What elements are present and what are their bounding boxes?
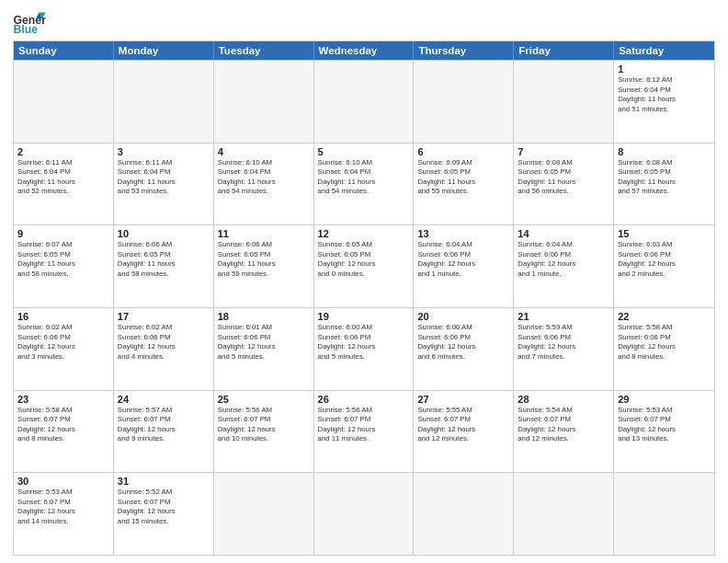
day-cell [214, 473, 314, 555]
day-cell [514, 61, 614, 143]
day-number: 9 [17, 228, 109, 239]
dow-cell-thursday: Thursday [414, 41, 514, 60]
day-cell [14, 61, 114, 143]
day-number: 5 [318, 146, 410, 157]
day-info: Sunrise: 6:02 AM Sunset: 6:06 PM Dayligh… [17, 323, 109, 362]
day-number: 1 [618, 63, 711, 75]
day-cell: 22Sunrise: 5:58 AM Sunset: 6:06 PM Dayli… [614, 308, 714, 390]
day-info: Sunrise: 5:56 AM Sunset: 6:07 PM Dayligh… [318, 406, 410, 444]
day-cell: 14Sunrise: 6:04 AM Sunset: 6:06 PM Dayli… [514, 225, 614, 307]
day-info: Sunrise: 6:03 AM Sunset: 6:06 PM Dayligh… [618, 240, 711, 279]
day-info: Sunrise: 5:56 AM Sunset: 6:07 PM Dayligh… [218, 406, 310, 444]
day-number: 18 [218, 311, 310, 322]
day-info: Sunrise: 6:06 AM Sunset: 6:05 PM Dayligh… [218, 240, 310, 279]
day-cell [214, 61, 314, 143]
day-info: Sunrise: 6:04 AM Sunset: 6:06 PM Dayligh… [417, 240, 509, 279]
day-cell: 1Sunrise: 6:12 AM Sunset: 6:04 PM Daylig… [614, 61, 714, 143]
day-number: 2 [17, 146, 109, 157]
day-number: 11 [218, 228, 310, 239]
header: General Blue [13, 9, 715, 35]
day-cell [414, 473, 514, 555]
day-number: 20 [417, 311, 509, 322]
day-cell [114, 61, 214, 143]
day-number: 21 [518, 311, 609, 322]
day-info: Sunrise: 5:59 AM Sunset: 6:06 PM Dayligh… [518, 323, 609, 362]
day-number: 10 [118, 228, 210, 239]
day-info: Sunrise: 6:06 AM Sunset: 6:05 PM Dayligh… [118, 240, 210, 279]
day-cell: 19Sunrise: 6:00 AM Sunset: 6:06 PM Dayli… [314, 308, 415, 390]
day-info: Sunrise: 6:08 AM Sunset: 6:05 PM Dayligh… [518, 158, 609, 197]
day-info: Sunrise: 6:10 AM Sunset: 6:04 PM Dayligh… [318, 158, 410, 197]
dow-cell-saturday: Saturday [614, 41, 714, 60]
day-info: Sunrise: 5:53 AM Sunset: 6:07 PM Dayligh… [618, 406, 711, 444]
day-cell: 6Sunrise: 6:09 AM Sunset: 6:05 PM Daylig… [414, 144, 514, 225]
dow-cell-sunday: Sunday [14, 41, 114, 60]
day-info: Sunrise: 6:04 AM Sunset: 6:06 PM Dayligh… [518, 240, 609, 279]
week-row-5: 23Sunrise: 5:58 AM Sunset: 6:07 PM Dayli… [14, 390, 714, 473]
day-info: Sunrise: 6:01 AM Sunset: 6:06 PM Dayligh… [218, 323, 310, 362]
day-info: Sunrise: 6:12 AM Sunset: 6:04 PM Dayligh… [618, 75, 711, 114]
day-number: 27 [417, 394, 509, 405]
day-cell: 25Sunrise: 5:56 AM Sunset: 6:07 PM Dayli… [214, 391, 314, 473]
day-cell: 7Sunrise: 6:08 AM Sunset: 6:05 PM Daylig… [514, 144, 614, 225]
day-cell: 13Sunrise: 6:04 AM Sunset: 6:06 PM Dayli… [414, 225, 514, 307]
page: General Blue SundayMondayTuesdayWednesda… [0, 0, 728, 563]
day-number: 28 [518, 394, 609, 405]
day-cell: 28Sunrise: 5:54 AM Sunset: 6:07 PM Dayli… [514, 391, 614, 473]
day-number: 23 [17, 394, 109, 405]
day-info: Sunrise: 5:58 AM Sunset: 6:06 PM Dayligh… [618, 323, 711, 362]
day-info: Sunrise: 6:07 AM Sunset: 6:05 PM Dayligh… [17, 240, 109, 279]
day-cell: 9Sunrise: 6:07 AM Sunset: 6:05 PM Daylig… [14, 225, 114, 307]
day-cell: 24Sunrise: 5:57 AM Sunset: 6:07 PM Dayli… [114, 391, 214, 473]
day-number: 17 [118, 311, 210, 322]
day-info: Sunrise: 6:05 AM Sunset: 6:05 PM Dayligh… [318, 240, 410, 279]
day-cell: 21Sunrise: 5:59 AM Sunset: 6:06 PM Dayli… [514, 308, 614, 390]
day-number: 26 [318, 394, 410, 405]
day-cell: 26Sunrise: 5:56 AM Sunset: 6:07 PM Dayli… [314, 391, 415, 473]
day-cell: 20Sunrise: 6:00 AM Sunset: 6:06 PM Dayli… [414, 308, 514, 390]
day-info: Sunrise: 6:11 AM Sunset: 6:04 PM Dayligh… [17, 158, 109, 197]
day-info: Sunrise: 5:53 AM Sunset: 6:07 PM Dayligh… [17, 488, 109, 526]
day-number: 13 [417, 228, 509, 239]
day-cell: 15Sunrise: 6:03 AM Sunset: 6:06 PM Dayli… [614, 225, 714, 307]
day-number: 14 [518, 228, 609, 239]
day-info: Sunrise: 5:57 AM Sunset: 6:07 PM Dayligh… [118, 406, 210, 444]
week-row-3: 9Sunrise: 6:07 AM Sunset: 6:05 PM Daylig… [14, 224, 714, 307]
day-cell [514, 473, 614, 555]
day-info: Sunrise: 6:09 AM Sunset: 6:05 PM Dayligh… [417, 158, 509, 197]
calendar: SundayMondayTuesdayWednesdayThursdayFrid… [13, 40, 715, 556]
day-info: Sunrise: 6:00 AM Sunset: 6:06 PM Dayligh… [318, 323, 410, 362]
day-cell: 3Sunrise: 6:11 AM Sunset: 6:04 PM Daylig… [114, 144, 214, 225]
day-number: 7 [518, 146, 609, 157]
day-cell: 8Sunrise: 6:08 AM Sunset: 6:05 PM Daylig… [614, 144, 714, 225]
day-info: Sunrise: 5:52 AM Sunset: 6:07 PM Dayligh… [118, 488, 210, 526]
day-info: Sunrise: 6:00 AM Sunset: 6:06 PM Dayligh… [417, 323, 509, 362]
day-cell [314, 473, 415, 555]
day-info: Sunrise: 6:02 AM Sunset: 6:06 PM Dayligh… [118, 323, 210, 362]
day-number: 12 [318, 228, 410, 239]
day-cell [614, 473, 714, 555]
day-cell: 4Sunrise: 6:10 AM Sunset: 6:04 PM Daylig… [214, 144, 314, 225]
day-cell: 29Sunrise: 5:53 AM Sunset: 6:07 PM Dayli… [614, 391, 714, 473]
day-cell: 31Sunrise: 5:52 AM Sunset: 6:07 PM Dayli… [114, 473, 214, 555]
week-row-6: 30Sunrise: 5:53 AM Sunset: 6:07 PM Dayli… [14, 472, 714, 555]
day-cell: 5Sunrise: 6:10 AM Sunset: 6:04 PM Daylig… [314, 144, 415, 225]
day-info: Sunrise: 5:58 AM Sunset: 6:07 PM Dayligh… [17, 406, 109, 444]
day-cell [414, 61, 514, 143]
day-info: Sunrise: 6:08 AM Sunset: 6:05 PM Dayligh… [618, 158, 711, 197]
day-number: 4 [218, 146, 310, 157]
day-number: 31 [118, 476, 210, 487]
day-number: 19 [318, 311, 410, 322]
logo: General Blue [13, 9, 50, 35]
day-number: 16 [17, 311, 109, 322]
day-cell: 23Sunrise: 5:58 AM Sunset: 6:07 PM Dayli… [14, 391, 114, 473]
day-cell: 16Sunrise: 6:02 AM Sunset: 6:06 PM Dayli… [14, 308, 114, 390]
day-number: 29 [618, 394, 711, 405]
day-number: 25 [218, 394, 310, 405]
day-number: 3 [118, 146, 210, 157]
week-row-1: 1Sunrise: 6:12 AM Sunset: 6:04 PM Daylig… [14, 60, 714, 143]
day-info: Sunrise: 6:11 AM Sunset: 6:04 PM Dayligh… [118, 158, 210, 197]
day-number: 24 [118, 394, 210, 405]
week-row-2: 2Sunrise: 6:11 AM Sunset: 6:04 PM Daylig… [14, 143, 714, 225]
day-cell: 27Sunrise: 5:55 AM Sunset: 6:07 PM Dayli… [414, 391, 514, 473]
